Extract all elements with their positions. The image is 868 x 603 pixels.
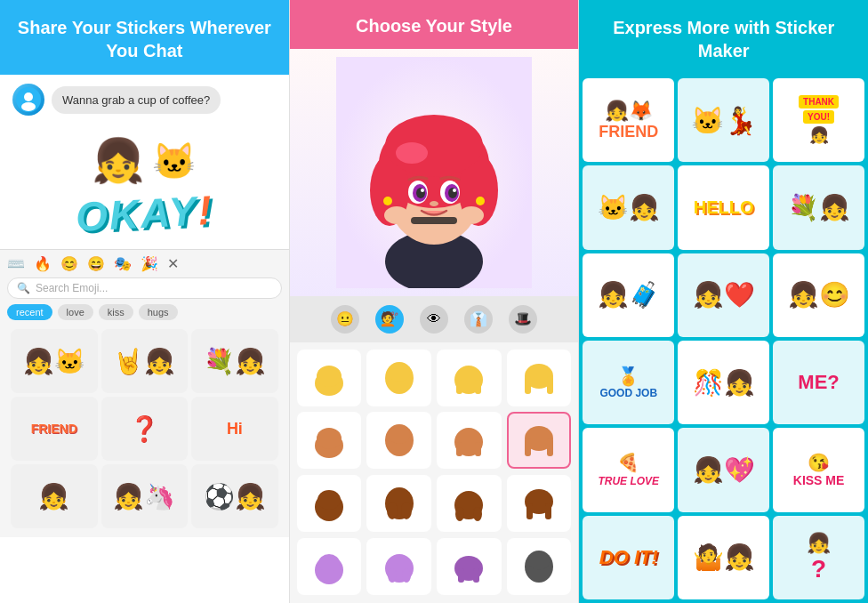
avatar-preview: [290, 49, 579, 296]
express-cell-friend[interactable]: 👧🦊 FRIEND: [583, 78, 674, 162]
search-bar[interactable]: 🔍 Search Emoji...: [7, 277, 282, 299]
svg-point-60: [388, 568, 397, 583]
hair-option[interactable]: [366, 475, 431, 532]
svg-point-37: [317, 428, 342, 449]
sticker-grid: 👧🐱 🤘👧 💐👧 FRIEND ❓ Hi 👧 👧🦄 ⚽👧: [7, 326, 282, 532]
style-body-control[interactable]: 👔: [464, 305, 493, 334]
hair-option[interactable]: [437, 475, 502, 532]
svg-point-21: [383, 197, 392, 205]
express-cell-doit[interactable]: DO IT!: [583, 516, 674, 599]
style-hair-control[interactable]: 💇: [375, 305, 404, 334]
panel1-header: Share Your Stickers Wherever You Chat: [0, 0, 289, 75]
svg-point-58: [318, 554, 340, 572]
style-acc-control[interactable]: 🎩: [509, 305, 537, 334]
fire-icon[interactable]: 🔥: [34, 255, 52, 272]
sticker-cell[interactable]: 👧: [11, 464, 98, 528]
svg-rect-44: [525, 438, 531, 456]
svg-point-49: [387, 502, 398, 519]
hair-option[interactable]: [507, 538, 572, 595]
svg-rect-31: [456, 380, 462, 394]
express-cell-me[interactable]: ME?: [773, 341, 864, 424]
search-icon: 🔍: [17, 282, 30, 294]
sticker-icon[interactable]: 😄: [87, 255, 105, 272]
close-icon[interactable]: ✕: [167, 255, 179, 272]
panel3-title: Express More with Sticker Maker: [593, 16, 854, 62]
express-cell-truelove[interactable]: 🍕 TRUE LOVE: [583, 428, 674, 511]
hair-option[interactable]: [297, 350, 362, 406]
avatar: [12, 84, 44, 116]
style-eye-control[interactable]: 👁: [420, 305, 448, 334]
svg-rect-42: [475, 442, 481, 456]
hair-option[interactable]: [366, 538, 431, 595]
hair-option[interactable]: [297, 538, 362, 595]
panel-share-stickers: Share Your Stickers Wherever You Chat Wa…: [0, 0, 290, 603]
tag-row: recent love kiss hugs: [7, 304, 282, 320]
express-cell-question[interactable]: 👧 ?: [773, 516, 864, 599]
express-cell-flowers[interactable]: 💐👧: [773, 165, 864, 249]
hair-option[interactable]: [507, 475, 572, 532]
svg-rect-45: [547, 438, 553, 456]
keyboard-icon[interactable]: ⌨️: [7, 255, 25, 272]
tag-recent[interactable]: recent: [7, 304, 52, 320]
svg-rect-56: [545, 503, 551, 519]
tag-hugs[interactable]: hugs: [139, 304, 178, 320]
express-cell-smile[interactable]: 👧😊: [773, 253, 864, 337]
sticker-cell[interactable]: ⚽👧: [191, 464, 278, 528]
svg-rect-35: [547, 376, 553, 394]
okay-label: OKAY: [75, 188, 199, 240]
style-face-control[interactable]: 😐: [331, 305, 359, 334]
hair-option[interactable]: [507, 350, 572, 406]
express-cell-celebrate[interactable]: 🎊👧: [678, 341, 769, 424]
okay-sticker: 👧 🐱 OKAY!: [76, 136, 213, 237]
express-cell-thankyou[interactable]: THANK YOU! 👧: [773, 78, 864, 162]
express-cell-shrug[interactable]: 🤷👧: [678, 516, 769, 599]
panel2-title: Choose Your Style: [304, 16, 565, 36]
express-cell-goodjob[interactable]: 🏅 GOOD JOB: [583, 341, 674, 424]
svg-point-10: [385, 115, 483, 177]
svg-point-53: [473, 507, 482, 521]
express-cell-dance[interactable]: 🐱💃: [678, 78, 769, 162]
sticker-cell[interactable]: 💐👧: [191, 329, 278, 393]
hair-option[interactable]: [366, 412, 431, 469]
tag-kiss[interactable]: kiss: [99, 304, 133, 320]
sticker-cell[interactable]: 👧🐱: [11, 329, 98, 393]
svg-point-18: [421, 189, 424, 192]
main-avatar-svg: [336, 57, 532, 288]
style-controls: 😐 💇 👁 👔 🎩: [290, 296, 579, 342]
svg-point-25: [459, 206, 484, 224]
svg-rect-64: [473, 568, 479, 583]
svg-point-19: [453, 189, 456, 192]
svg-rect-23: [411, 217, 457, 224]
hair-option[interactable]: [297, 475, 362, 532]
hair-option[interactable]: [297, 412, 362, 469]
svg-point-20: [430, 201, 438, 206]
express-cell-kissme[interactable]: 😘 KISS ME: [773, 428, 864, 511]
emoji-icon[interactable]: 😊: [60, 255, 78, 272]
chat-preview: Wanna grab a cup of coffee?: [0, 75, 289, 125]
sticker-cell[interactable]: ❓: [101, 397, 189, 461]
express-cell-hello[interactable]: HELLO: [678, 165, 769, 249]
panel2-header: Choose Your Style: [290, 0, 579, 49]
hair-option[interactable]: [366, 350, 431, 406]
search-placeholder: Search Emoji...: [36, 282, 108, 294]
svg-point-22: [476, 197, 485, 205]
svg-point-2: [21, 102, 36, 111]
celebration-icon[interactable]: 🎉: [141, 255, 158, 272]
express-cell-cat-girl[interactable]: 🐱👧: [583, 165, 674, 249]
hair-option[interactable]: [437, 538, 502, 595]
sticker-cell[interactable]: 🤘👧: [101, 329, 189, 393]
hair-option[interactable]: [437, 350, 502, 406]
sticker-cell[interactable]: FRIEND: [11, 397, 98, 461]
keyboard-icons: ⌨️ 🔥 😊 😄 🎭 🎉 ✕: [7, 255, 282, 272]
hair-option-selected[interactable]: [507, 412, 572, 469]
tag-love[interactable]: love: [58, 304, 93, 320]
hair-option[interactable]: [437, 412, 502, 469]
express-cell-pizza-girl[interactable]: 👧💖: [678, 428, 769, 511]
svg-point-27: [317, 366, 342, 387]
express-cell-luggage[interactable]: 👧🧳: [583, 253, 674, 337]
sticker-cell[interactable]: Hi: [191, 397, 278, 461]
gif-icon[interactable]: 🎭: [114, 255, 132, 272]
express-cell-hearts[interactable]: 👧❤️: [678, 253, 769, 337]
sticker-cell[interactable]: 👧🦄: [101, 464, 189, 528]
panel1-title: Share Your Stickers Wherever You Chat: [14, 16, 275, 62]
